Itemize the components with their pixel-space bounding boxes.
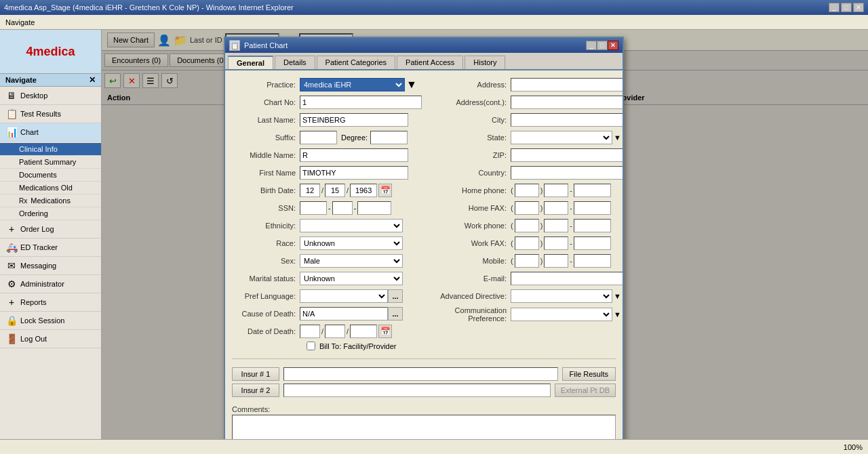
- ssn-part2-input[interactable]: [332, 201, 353, 215]
- insur1-input[interactable]: [283, 367, 558, 381]
- modal-close-button[interactable]: ✕: [608, 41, 618, 50]
- death-date-cal-button[interactable]: 📅: [378, 325, 392, 338]
- mobile-group: ( ) -: [511, 254, 611, 268]
- sidebar-sub-documents[interactable]: Documents: [0, 169, 101, 182]
- ssn-part3-input[interactable]: [357, 201, 391, 215]
- sidebar-item-test-results[interactable]: 📋 Test Results: [0, 105, 101, 123]
- suffix-input[interactable]: [300, 131, 337, 144]
- modal-restore-button[interactable]: □: [597, 41, 608, 50]
- work-fax-area-input[interactable]: [515, 236, 539, 250]
- marital-status-select[interactable]: Unknown Single Married: [300, 272, 403, 285]
- middle-name-input[interactable]: [300, 148, 408, 162]
- sidebar-item-chart[interactable]: 📊 Chart: [0, 123, 101, 142]
- marital-status-label: Marital status:: [232, 274, 300, 283]
- sex-select[interactable]: Male Female: [300, 254, 403, 268]
- home-fax-prefix-input[interactable]: [544, 201, 568, 215]
- mobile-number-input[interactable]: [574, 254, 611, 268]
- insur2-input[interactable]: [283, 384, 551, 397]
- insur1-button[interactable]: Insur # 1: [232, 367, 279, 381]
- degree-input[interactable]: [370, 131, 408, 144]
- sidebar-item-lock-session[interactable]: 🔒 Lock Session: [0, 312, 101, 330]
- country-input[interactable]: [511, 166, 623, 180]
- race-select[interactable]: Unknown: [300, 236, 403, 250]
- sidebar-item-order-log[interactable]: + Order Log: [0, 220, 101, 239]
- state-select[interactable]: [511, 131, 612, 144]
- nav-section-label: Navigate ✕: [0, 74, 101, 87]
- home-phone-area-input[interactable]: [515, 184, 539, 197]
- ssn-part1-input[interactable]: [300, 201, 327, 215]
- sidebar-item-reports[interactable]: + Reports: [0, 293, 101, 312]
- sidebar-item-desktop[interactable]: 🖥 Desktop: [0, 87, 101, 105]
- navigate-menu[interactable]: Navigate: [5, 18, 35, 26]
- tab-history[interactable]: History: [465, 56, 505, 69]
- birth-month-input[interactable]: [300, 184, 320, 197]
- lock-icon: 🔒: [5, 314, 18, 327]
- mobile-area-input[interactable]: [515, 254, 539, 268]
- nav-close-icon[interactable]: ✕: [89, 75, 96, 85]
- cause-of-death-more-button[interactable]: ...: [388, 307, 403, 321]
- sidebar-sub-patient-summary[interactable]: Patient Summary: [0, 156, 101, 169]
- work-fax-number-input[interactable]: [574, 236, 611, 250]
- birth-year-input[interactable]: [350, 184, 377, 197]
- sidebar-item-ed-tracker[interactable]: 🚑 ED Tracker: [0, 239, 101, 257]
- tab-patient-access[interactable]: Patient Access: [397, 56, 463, 69]
- external-pt-db-button[interactable]: External Pt DB: [555, 384, 616, 397]
- tab-patient-categories[interactable]: Patient Categories: [317, 56, 396, 69]
- death-month-input[interactable]: [300, 325, 320, 338]
- home-fax-number-input[interactable]: [574, 201, 611, 215]
- pref-language-select[interactable]: [300, 289, 388, 303]
- work-phone-prefix-input[interactable]: [544, 219, 568, 232]
- modal-min-button[interactable]: _: [586, 41, 597, 50]
- pref-language-more-button[interactable]: ...: [388, 289, 403, 303]
- tab-general[interactable]: General: [228, 56, 273, 69]
- zip-input[interactable]: [511, 148, 623, 162]
- first-name-input[interactable]: [300, 166, 408, 180]
- sidebar-sub-medications[interactable]: Rx Medications: [0, 194, 101, 207]
- chart-no-label: Chart No:: [232, 98, 300, 106]
- sidebar-sub-clinical-info[interactable]: Clinical Info: [0, 143, 101, 156]
- sidebar-item-log-out[interactable]: 🚪 Log Out: [0, 330, 101, 348]
- sidebar-item-messaging[interactable]: ✉ Messaging: [0, 257, 101, 275]
- sidebar-sub-medications-old[interactable]: Medications Old: [0, 182, 101, 194]
- tab-details[interactable]: Details: [275, 56, 315, 69]
- address-row: Address:: [433, 77, 623, 92]
- sidebar-sub-ordering[interactable]: Ordering: [0, 207, 101, 220]
- death-year-input[interactable]: [350, 325, 377, 338]
- cause-of-death-input[interactable]: [300, 307, 388, 321]
- practice-dropdown-icon[interactable]: ▼: [406, 79, 417, 91]
- comments-input[interactable]: [232, 415, 616, 439]
- form-right: Address: Address(cont.): City:: [433, 77, 623, 353]
- advanced-directive-select[interactable]: [511, 289, 612, 303]
- email-input[interactable]: [511, 272, 623, 285]
- address-input[interactable]: [511, 78, 623, 91]
- maximize-button[interactable]: □: [841, 3, 852, 12]
- communication-pref-select[interactable]: [511, 308, 612, 321]
- home-phone-prefix-input[interactable]: [544, 184, 568, 197]
- death-day-input[interactable]: [325, 325, 345, 338]
- bill-to-checkbox[interactable]: [307, 342, 315, 350]
- chart-no-input[interactable]: [300, 96, 422, 109]
- practice-label: Practice:: [232, 81, 300, 89]
- home-phone-label: Home phone:: [433, 186, 511, 194]
- close-button[interactable]: ✕: [853, 3, 864, 12]
- home-fax-area-input[interactable]: [515, 201, 539, 215]
- work-fax-prefix-input[interactable]: [544, 236, 568, 250]
- comments-label: Comments:: [232, 405, 616, 413]
- ethnicity-select[interactable]: [300, 219, 403, 232]
- birth-date-cal-button[interactable]: 📅: [378, 184, 392, 197]
- practice-select[interactable]: 4medica iEHR: [300, 78, 405, 91]
- birth-day-input[interactable]: [325, 184, 345, 197]
- mobile-label: Mobile:: [433, 257, 511, 265]
- home-phone-number-input[interactable]: [574, 184, 611, 197]
- minimize-button[interactable]: _: [829, 3, 840, 12]
- sidebar-item-administrator[interactable]: ⚙ Administrator: [0, 275, 101, 293]
- address-cont-input[interactable]: [511, 96, 623, 109]
- home-phone-group: ( ) -: [511, 184, 611, 197]
- work-phone-number-input[interactable]: [574, 219, 611, 232]
- city-input[interactable]: [511, 113, 623, 127]
- insur2-button[interactable]: Insur # 2: [232, 384, 279, 397]
- last-name-input[interactable]: [300, 113, 408, 127]
- file-results-button[interactable]: File Results: [562, 367, 616, 381]
- mobile-prefix-input[interactable]: [544, 254, 568, 268]
- work-phone-area-input[interactable]: [515, 219, 539, 232]
